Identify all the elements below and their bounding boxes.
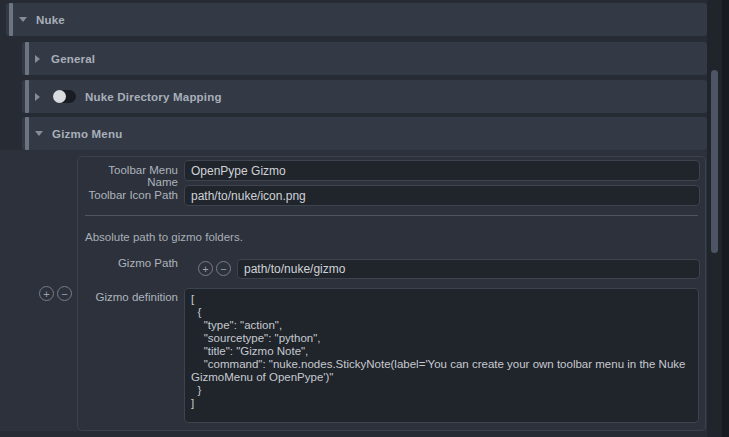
section-title-gizmo-menu: Gizmo Menu — [52, 128, 122, 140]
gizmo-path-list-controls: + − — [198, 261, 231, 276]
add-path-button[interactable]: + — [198, 261, 213, 276]
section-indent-line — [25, 117, 29, 150]
gizmo-menu-list-controls: + − — [39, 286, 72, 301]
section-title-nuke: Nuke — [36, 14, 65, 26]
section-indent-line — [25, 42, 29, 75]
chevron-right-icon — [35, 93, 40, 101]
gizmo-path-label: Gizmo Path — [78, 257, 178, 269]
vertical-scrollbar-track[interactable] — [707, 0, 722, 437]
add-item-button[interactable]: + — [39, 286, 54, 301]
window-right-edge — [722, 0, 729, 437]
section-header-general[interactable]: General — [22, 42, 707, 75]
toggle-knob — [53, 90, 66, 103]
remove-item-button[interactable]: − — [57, 286, 72, 301]
section-divider — [85, 215, 698, 216]
toolbar-icon-path-label: Toolbar Icon Path — [78, 189, 178, 201]
toolbar-menu-name-label: Toolbar Menu Name — [78, 164, 178, 188]
toolbar-icon-path-input[interactable] — [184, 185, 700, 206]
section-indent-line — [9, 3, 13, 36]
section-header-nuke-directory-mapping[interactable]: Nuke Directory Mapping — [22, 80, 707, 113]
vertical-scrollbar-thumb[interactable] — [711, 70, 718, 253]
gizmo-path-input[interactable] — [237, 259, 700, 279]
gizmo-menu-form-panel: Toolbar Menu Name Toolbar Icon Path Abso… — [77, 156, 706, 431]
gizmo-folders-note: Absolute path to gizmo folders. — [85, 231, 243, 243]
toolbar-menu-name-input[interactable] — [184, 160, 700, 181]
chevron-right-icon — [35, 55, 40, 63]
remove-path-button[interactable]: − — [216, 261, 231, 276]
chevron-down-icon — [35, 131, 43, 136]
section-title-general: General — [51, 53, 95, 65]
section-title-nuke-directory-mapping: Nuke Directory Mapping — [85, 91, 222, 103]
section-indent-line — [25, 80, 29, 113]
section-header-gizmo-menu[interactable]: Gizmo Menu — [22, 117, 707, 150]
section-header-nuke[interactable]: Nuke — [6, 3, 707, 36]
nuke-directory-mapping-toggle[interactable] — [54, 90, 76, 103]
chevron-down-icon — [19, 17, 27, 22]
gizmo-definition-textarea[interactable]: [ { "type": "action", "sourcetype": "pyt… — [184, 288, 699, 423]
gizmo-definition-label: Gizmo definition — [78, 291, 178, 303]
